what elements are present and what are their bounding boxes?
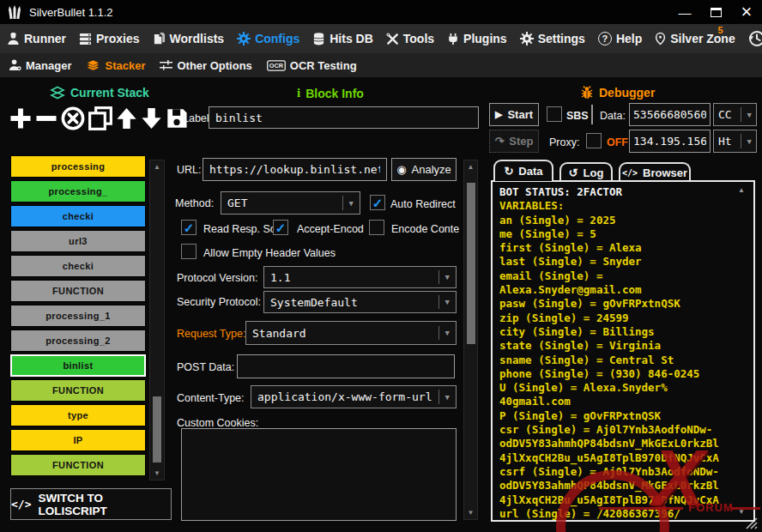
chevron-down-icon: ▼ xyxy=(445,298,450,306)
output-line: phone (Single) = (930) 846-0245 xyxy=(499,367,747,381)
submenu-other-options[interactable]: Other Options xyxy=(160,59,251,72)
output-line: BOT STATUS: 2FACTOR xyxy=(499,185,747,199)
analyze-button[interactable]: ◉ Analyze xyxy=(391,158,457,181)
proxy-input[interactable] xyxy=(629,130,711,153)
duplicate-block-icon[interactable] xyxy=(88,106,113,131)
scroll-down-icon[interactable]: ▼ xyxy=(468,509,475,517)
allow-empty-label: Allow Empty Header Values xyxy=(203,247,336,259)
stack-item[interactable]: url3 xyxy=(10,230,146,252)
remove-block-icon[interactable] xyxy=(34,106,58,131)
method-select[interactable]: GET ▼ xyxy=(221,191,360,215)
config-scrollbar[interactable]: ▲ ▼ xyxy=(463,160,478,520)
content-type-select[interactable]: application/x-www-form-urlencoded ▼ xyxy=(251,385,457,408)
move-up-icon[interactable] xyxy=(115,106,138,131)
custom-cookies-textarea[interactable] xyxy=(181,428,457,521)
tab-data[interactable]: ↻ Data xyxy=(493,160,553,181)
output-line: zip (Single) = 24599 xyxy=(499,311,747,325)
output-line: sname (Single) = Central St xyxy=(499,354,747,367)
step-button[interactable]: ↷ Step xyxy=(489,130,539,153)
submenu-ocr-testing[interactable]: OCR OCR Testing xyxy=(267,59,357,72)
security-protocol-select[interactable]: SystemDefault ▼ xyxy=(263,291,457,313)
stack-item[interactable]: FUNCTION xyxy=(10,454,146,476)
scroll-up-icon[interactable]: ▲ xyxy=(154,163,160,171)
menu-help[interactable]: ? Help xyxy=(598,32,642,45)
stack-item[interactable]: processing_2 xyxy=(10,329,146,352)
stack-item[interactable]: processing_1 xyxy=(10,305,146,327)
output-line: last (Single) = Snyder xyxy=(499,255,747,269)
proxy-type-select[interactable]: Ht ▼ xyxy=(713,130,757,153)
maximize-button[interactable] xyxy=(700,0,731,24)
read-resp-checkbox[interactable]: ✓ xyxy=(181,220,197,235)
scroll-up-icon[interactable]: ▲ xyxy=(738,186,745,194)
scroll-down-icon[interactable]: ▼ xyxy=(154,469,160,477)
sliders-icon xyxy=(160,59,172,71)
chevron-down-icon: ▼ xyxy=(445,329,450,337)
sbs-checkbox[interactable] xyxy=(547,106,562,122)
menu-settings[interactable]: Settings xyxy=(520,32,585,45)
menu-runner[interactable]: Runner xyxy=(7,32,66,45)
output-scrollbar[interactable]: ▲ ▼ xyxy=(735,184,748,518)
submenu-manager[interactable]: Manager xyxy=(9,59,71,72)
window-title: SilverBullet 1.1.2 xyxy=(29,6,113,19)
menu-proxies[interactable]: Proxies xyxy=(79,32,140,45)
url-input[interactable] xyxy=(203,158,387,181)
stack-item[interactable]: checki xyxy=(10,205,146,227)
stack-item[interactable]: FUNCTION xyxy=(10,379,146,402)
scrollbar-thumb[interactable] xyxy=(467,183,475,344)
menu-hitsdb[interactable]: Hits DB xyxy=(312,32,373,45)
data-type-select[interactable]: CC ▼ xyxy=(713,103,757,126)
menu-tools[interactable]: Tools xyxy=(386,32,434,45)
protocol-version-select[interactable]: 1.1 ▼ xyxy=(263,266,457,288)
scroll-down-icon[interactable]: ▼ xyxy=(738,508,745,516)
output-line: Alexa.Snyder@gmail.com xyxy=(499,283,747,297)
stack-item[interactable]: processing_ xyxy=(10,180,146,203)
auto-redirect-checkbox[interactable]: ✓ xyxy=(370,195,385,210)
label-input[interactable] xyxy=(209,106,479,129)
allow-empty-checkbox[interactable] xyxy=(181,244,197,259)
accept-encoding-checkbox[interactable]: ✓ xyxy=(273,220,288,235)
stack-item[interactable]: processing xyxy=(10,155,146,178)
stack-scrollbar[interactable]: ▲ ▼ xyxy=(149,160,165,481)
code-icon: </> xyxy=(622,168,638,178)
switch-to-loliscript-button[interactable]: </> SWITCH TO LOLISCRIPT xyxy=(10,488,172,520)
scroll-up-icon[interactable]: ▲ xyxy=(468,163,475,171)
info-icon: i xyxy=(297,86,300,100)
tab-log[interactable]: ↺ Log xyxy=(559,162,613,181)
output-line: url (Single) = /42086367396/ xyxy=(499,507,747,521)
custom-cookies-caption: Custom Cookies: xyxy=(177,417,258,429)
output-lines: BOT STATUS: 2FACTORVARIABLES:an (Single)… xyxy=(499,185,747,521)
data-input[interactable] xyxy=(629,103,711,126)
data-caption: Data: xyxy=(600,110,626,122)
clear-blocks-icon[interactable] xyxy=(60,106,86,131)
output-line: 4jlXxqCH2Bu_u5AgI8TplB970DfNQJvCxA xyxy=(499,451,747,465)
scrollbar-thumb[interactable] xyxy=(153,396,161,462)
request-type-select[interactable]: Standard ▼ xyxy=(245,321,457,345)
menu-configs[interactable]: Configs xyxy=(237,32,299,45)
post-data-input[interactable] xyxy=(237,354,455,378)
minimize-button[interactable]: — xyxy=(669,0,700,24)
submenu-stacker[interactable]: Stacker xyxy=(86,59,145,72)
stack-item[interactable]: FUNCTION xyxy=(10,280,146,302)
stack-item[interactable]: type xyxy=(10,404,146,426)
stack-item[interactable]: checki xyxy=(10,255,146,277)
start-button[interactable]: ▶ Start xyxy=(489,103,539,126)
tab-browser[interactable]: </> Browser xyxy=(619,162,691,181)
encode-content-checkbox[interactable] xyxy=(369,220,384,235)
stack-item[interactable]: binlist xyxy=(10,354,146,377)
stack-item[interactable]: IP xyxy=(10,429,146,451)
output-line: city (Single) = Billings xyxy=(499,325,747,339)
menu-wordlists[interactable]: Wordlists xyxy=(153,32,225,45)
output-line: 40gmail.com xyxy=(499,395,747,408)
menu-silver-zone[interactable]: 5 Silver Zone xyxy=(655,32,735,45)
close-button[interactable]: × xyxy=(731,0,762,24)
add-block-icon[interactable] xyxy=(9,106,33,131)
history-icon[interactable] xyxy=(748,30,762,47)
proxy-checkbox[interactable] xyxy=(586,133,602,148)
main-menu: Runner Proxies Wordlists Configs Hits DB… xyxy=(0,24,762,53)
app-window: SilverBullet 1.1.2 — × Runner Proxies Wo… xyxy=(0,0,762,532)
menu-plugins[interactable]: Plugins xyxy=(447,32,507,45)
move-down-icon[interactable] xyxy=(140,106,163,131)
accept-encoding-label: Accept-Encod xyxy=(297,223,364,235)
refresh-icon: ↻ xyxy=(504,165,513,178)
document-icon xyxy=(153,33,166,45)
